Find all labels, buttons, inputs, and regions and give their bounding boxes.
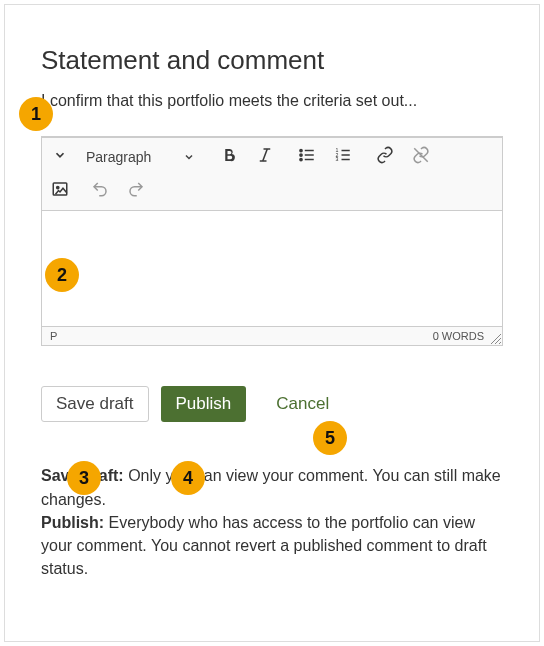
- editor-toolbar: Paragraph: [42, 138, 502, 211]
- bold-icon: [220, 146, 238, 168]
- confirmation-text: I confirm that this portfolio meets the …: [41, 90, 503, 112]
- unlink-icon: [412, 146, 430, 168]
- rich-text-editor: Paragraph: [41, 136, 503, 346]
- svg-line-2: [263, 149, 268, 161]
- help-publish-text: Everybody who has access to the portfoli…: [41, 514, 487, 577]
- svg-rect-16: [53, 183, 67, 195]
- word-count: 0 WORDS: [433, 330, 484, 342]
- svg-point-7: [300, 154, 302, 156]
- save-draft-button[interactable]: Save draft: [41, 386, 149, 422]
- undo-icon: [91, 180, 109, 202]
- image-icon: [51, 180, 69, 202]
- link-button[interactable]: [367, 140, 403, 174]
- callout-2: 2: [45, 258, 79, 292]
- bullet-list-button[interactable]: [289, 140, 325, 174]
- help-text-block: Save draft: Only you can view your comme…: [41, 464, 503, 580]
- callout-1: 1: [19, 97, 53, 131]
- publish-button[interactable]: Publish: [161, 386, 247, 422]
- callout-4: 4: [171, 461, 205, 495]
- editor-statusbar: P 0 WORDS: [42, 326, 502, 345]
- statement-comment-panel: Statement and comment I confirm that thi…: [4, 4, 540, 642]
- numbered-list-button[interactable]: 123: [325, 140, 361, 174]
- chevron-down-icon: [53, 148, 67, 166]
- bullet-list-icon: [298, 146, 316, 168]
- editor-content-area[interactable]: [42, 211, 502, 326]
- block-format-label: Paragraph: [86, 149, 151, 165]
- element-path[interactable]: P: [50, 330, 57, 342]
- image-button[interactable]: [42, 174, 78, 208]
- chevron-down-icon: [183, 151, 195, 163]
- block-format-select[interactable]: Paragraph: [78, 140, 205, 174]
- cancel-link[interactable]: Cancel: [276, 394, 329, 414]
- italic-icon: [256, 146, 274, 168]
- toolbar-expand-button[interactable]: [42, 140, 78, 174]
- svg-point-8: [300, 159, 302, 161]
- svg-text:3: 3: [336, 156, 339, 162]
- undo-button[interactable]: [82, 174, 118, 208]
- italic-button[interactable]: [247, 140, 283, 174]
- redo-icon: [127, 180, 145, 202]
- callout-3: 3: [67, 461, 101, 495]
- svg-point-6: [300, 150, 302, 152]
- svg-point-17: [57, 187, 59, 189]
- help-publish-label: Publish:: [41, 514, 104, 531]
- bold-button[interactable]: [211, 140, 247, 174]
- resize-handle-icon[interactable]: [491, 334, 501, 344]
- redo-button[interactable]: [118, 174, 154, 208]
- callout-5: 5: [313, 421, 347, 455]
- page-title: Statement and comment: [41, 45, 503, 76]
- numbered-list-icon: 123: [334, 146, 352, 168]
- unlink-button[interactable]: [403, 140, 439, 174]
- link-icon: [376, 146, 394, 168]
- form-actions: Save draft Publish Cancel: [41, 386, 503, 422]
